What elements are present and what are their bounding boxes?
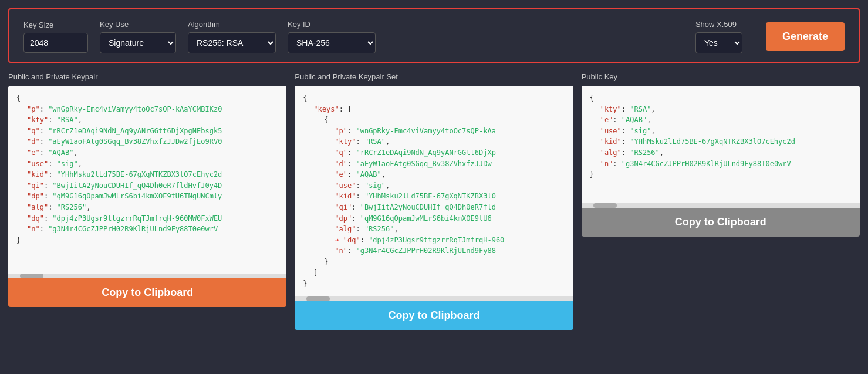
algorithm-label: Algorithm xyxy=(188,20,276,29)
show-x509-label: Show X.509 xyxy=(695,20,742,29)
show-x509-select[interactable]: Yes No xyxy=(695,32,742,53)
public-key-panel-title: Public Key xyxy=(582,72,860,81)
keypair-set-scrollbar[interactable] xyxy=(295,296,573,301)
keypair-panel: Public and Private Keypair { "p": "wnGpR… xyxy=(8,72,286,307)
keypair-set-panel: Public and Private Keypair Set { "keys":… xyxy=(295,72,573,330)
public-key-scrollbar[interactable] xyxy=(582,203,860,208)
keypair-set-panel-title: Public and Private Keypair Set xyxy=(295,72,573,81)
keypair-set-code-box: { "keys": [ { "p": "wnGpRky-Emc4viVamyy4… xyxy=(295,86,573,296)
key-use-select[interactable]: Signature Encryption xyxy=(100,32,176,53)
settings-bar: Key Size Key Use Signature Encryption Al… xyxy=(8,8,860,63)
key-id-select[interactable]: SHA-256 SHA-384 SHA-512 xyxy=(288,32,376,53)
key-use-group: Key Use Signature Encryption xyxy=(100,20,176,53)
algorithm-group: Algorithm RS256: RSA RS384: RSA RS512: R… xyxy=(188,20,276,53)
keypair-scrollbar[interactable] xyxy=(8,274,286,278)
show-x509-group: Show X.509 Yes No xyxy=(695,20,742,53)
keypair-panel-title: Public and Private Keypair xyxy=(8,72,286,81)
key-id-group: Key ID SHA-256 SHA-384 SHA-512 xyxy=(288,20,376,53)
key-id-label: Key ID xyxy=(288,20,376,29)
generate-button[interactable]: Generate xyxy=(766,22,845,51)
keypair-copy-button[interactable]: Copy to Clipboard xyxy=(8,278,286,307)
keypair-set-copy-button[interactable]: Copy to Clipboard xyxy=(295,301,573,330)
key-size-input[interactable] xyxy=(23,33,88,53)
public-key-panel: Public Key { "kty": "RSA", "e": "AQAB", … xyxy=(582,72,860,237)
key-size-label: Key Size xyxy=(23,21,88,29)
public-key-code-box: { "kty": "RSA", "e": "AQAB", "use": "sig… xyxy=(582,86,860,203)
algorithm-select[interactable]: RS256: RSA RS384: RSA RS512: RSA xyxy=(188,32,276,53)
keypair-code-box: { "p": "wnGpRky-Emc4viVamyy4toOc7sQP-kAa… xyxy=(8,86,286,274)
key-size-group: Key Size xyxy=(23,21,88,53)
public-key-copy-button[interactable]: Copy to Clipboard xyxy=(582,208,860,237)
key-use-label: Key Use xyxy=(100,20,176,29)
panels-container: Public and Private Keypair { "p": "wnGpR… xyxy=(0,63,868,339)
